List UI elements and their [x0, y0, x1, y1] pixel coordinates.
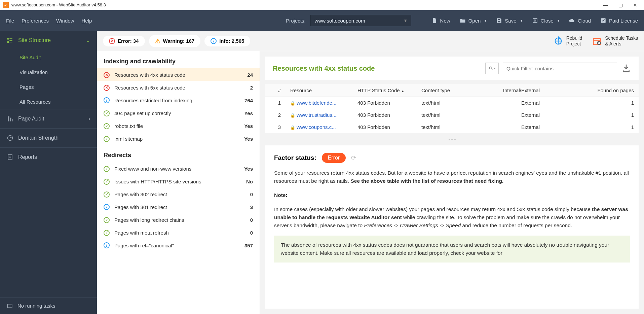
- menu-preferences[interactable]: Preferences: [22, 18, 49, 24]
- close-button[interactable]: Close ▾: [532, 18, 560, 24]
- schedule-tasks-button[interactable]: Schedule Tasks& Alerts: [592, 35, 638, 47]
- svg-rect-14: [7, 304, 12, 308]
- audit-row-label: Pages with rel="canonical": [114, 243, 244, 248]
- audit-row[interactable]: ✕ Resources with 4xx status code 24: [97, 68, 260, 81]
- close-icon[interactable]: ✕: [632, 2, 639, 8]
- table-row[interactable]: 2 🔒www.trustradius.... 403 Forbidden tex…: [265, 109, 639, 121]
- sidebar-footer[interactable]: No running tasks: [0, 297, 97, 314]
- paid-license-button[interactable]: Paid License: [600, 18, 638, 24]
- maximize-icon[interactable]: ▢: [617, 2, 624, 8]
- lock-icon: 🔒: [290, 113, 295, 118]
- sidebar-all-resources[interactable]: All Resources: [0, 94, 97, 109]
- audit-row-value: Yes: [244, 136, 253, 142]
- svg-rect-2: [8, 38, 9, 39]
- audit-row[interactable]: ✓ Pages with 302 redirect 0: [97, 188, 260, 201]
- audit-row[interactable]: ✕ Resources with 5xx status code 2: [97, 81, 260, 94]
- audit-row-value: Yes: [244, 110, 253, 116]
- table-row[interactable]: 1 🔒www.bitdefende... 403 Forbidden text/…: [265, 97, 639, 109]
- file-new-icon: [431, 18, 438, 24]
- col-internal-external[interactable]: Internal/External: [484, 84, 544, 97]
- cloud-button[interactable]: Cloud: [569, 18, 591, 24]
- sidebar-page-audit[interactable]: Page Audit ›: [0, 109, 97, 128]
- sidebar-reports[interactable]: Reports: [0, 148, 97, 167]
- audit-row-label: Pages with 301 redirect: [114, 204, 250, 210]
- error-icon: ✕: [104, 85, 110, 91]
- col-index[interactable]: #: [265, 84, 286, 97]
- export-icon[interactable]: [621, 63, 631, 73]
- app-icon: ✓: [3, 2, 9, 8]
- audit-row-value: 24: [247, 72, 253, 78]
- table-row[interactable]: 3 🔒www.coupons.c... 403 Forbidden text/h…: [265, 121, 639, 133]
- ok-icon: ✓: [104, 230, 110, 236]
- audit-row[interactable]: i Pages with rel="canonical" 357: [97, 239, 260, 252]
- error-icon: ✕: [104, 72, 110, 78]
- sidebar-visualization[interactable]: Visualization: [0, 65, 97, 79]
- audit-row[interactable]: ✓ .xml sitemap Yes: [97, 132, 260, 145]
- search-icon: [489, 66, 493, 71]
- audit-row-label: Issues with HTTP/HTTPS site versions: [114, 179, 246, 184]
- col-status[interactable]: HTTP Status Code▲: [353, 84, 417, 97]
- error-badge: Error: [322, 153, 346, 163]
- tasks-icon: [7, 303, 13, 309]
- col-found-on-pages[interactable]: Found on pages: [544, 84, 639, 97]
- ok-icon: ✓: [104, 110, 110, 116]
- chevron-down-icon: ▾: [404, 18, 407, 24]
- audit-row[interactable]: ✓ robots.txt file Yes: [97, 119, 260, 132]
- audit-row[interactable]: i Resources restricted from indexing 764: [97, 94, 260, 107]
- chevron-down-icon: ▾: [558, 19, 560, 23]
- audit-row[interactable]: ✓ Pages with long redirect chains 0: [97, 213, 260, 226]
- menu-window[interactable]: Window: [56, 18, 74, 24]
- svg-line-22: [491, 69, 492, 70]
- audit-row[interactable]: ✓ Pages with meta refresh 0: [97, 226, 260, 239]
- resource-link[interactable]: www.trustradius....: [297, 112, 338, 118]
- col-resource[interactable]: Resource: [286, 84, 353, 97]
- menu-file[interactable]: File: [6, 18, 14, 24]
- audit-row-label: robots.txt file: [114, 123, 244, 129]
- page-audit-icon: [7, 115, 13, 122]
- new-button[interactable]: New: [431, 18, 450, 24]
- audit-row[interactable]: ✓ 404 page set up correctly Yes: [97, 107, 260, 119]
- save-button[interactable]: Save ▾: [496, 18, 522, 24]
- audit-row-label: Fixed www and non-www versions: [114, 166, 244, 172]
- audit-group-title: Redirects: [97, 145, 260, 162]
- menu-help[interactable]: Help: [81, 18, 92, 24]
- audit-row[interactable]: ✓ Fixed www and non-www versions Yes: [97, 162, 260, 175]
- audit-row-value: 764: [244, 98, 253, 103]
- sidebar-domain-strength[interactable]: Domain Strength: [0, 129, 97, 147]
- summary-bar: ✕ Error: 34 ⚠ Warning: 167 i Info: 2,505…: [97, 31, 644, 51]
- sidebar-site-audit[interactable]: Site Audit: [0, 50, 97, 65]
- structure-icon: [7, 37, 13, 44]
- lock-icon: 🔒: [290, 101, 295, 106]
- splitter-handle[interactable]: [265, 137, 639, 141]
- filter-mode-button[interactable]: ▾: [485, 63, 499, 74]
- resource-link[interactable]: www.coupons.c...: [297, 124, 336, 130]
- audit-row-label: 404 page set up correctly: [114, 110, 244, 116]
- audit-row-label: Pages with meta refresh: [114, 230, 250, 236]
- ok-icon: ✓: [104, 179, 110, 185]
- detail-title: Resources with 4xx status code: [273, 65, 375, 72]
- info-pill[interactable]: i Info: 2,505: [204, 36, 250, 46]
- sidebar-pages[interactable]: Pages: [0, 79, 97, 94]
- rebuild-icon: [554, 36, 563, 46]
- warning-pill[interactable]: ⚠ Warning: 167: [149, 35, 201, 47]
- audit-row-label: Resources with 4xx status code: [114, 72, 247, 78]
- rebuild-project-button[interactable]: RebuildProject: [554, 35, 582, 47]
- refresh-icon[interactable]: ⟳: [351, 154, 356, 162]
- svg-rect-7: [8, 116, 9, 121]
- audit-list[interactable]: Indexing and crawlability ✕ Resources wi…: [97, 51, 260, 314]
- info-icon: i: [104, 97, 110, 103]
- check-badge-icon: [600, 18, 606, 24]
- error-pill[interactable]: ✕ Error: 34: [103, 36, 145, 46]
- open-button[interactable]: Open ▾: [460, 18, 487, 24]
- gauge-icon: [7, 135, 13, 141]
- minimize-icon[interactable]: —: [602, 2, 609, 8]
- col-content-type[interactable]: Content type: [417, 84, 484, 97]
- sidebar-site-structure[interactable]: Site Structure ⌄: [0, 31, 97, 50]
- info-icon: i: [104, 204, 110, 210]
- audit-row[interactable]: i Pages with 301 redirect 3: [97, 201, 260, 213]
- resource-link[interactable]: www.bitdefende...: [297, 100, 336, 106]
- ok-icon: ✓: [104, 166, 110, 172]
- quick-filter-input[interactable]: [503, 63, 617, 74]
- audit-row[interactable]: ✓ Issues with HTTP/HTTPS site versions N…: [97, 175, 260, 188]
- projects-select[interactable]: www.softocoupon.com ▾: [310, 15, 411, 26]
